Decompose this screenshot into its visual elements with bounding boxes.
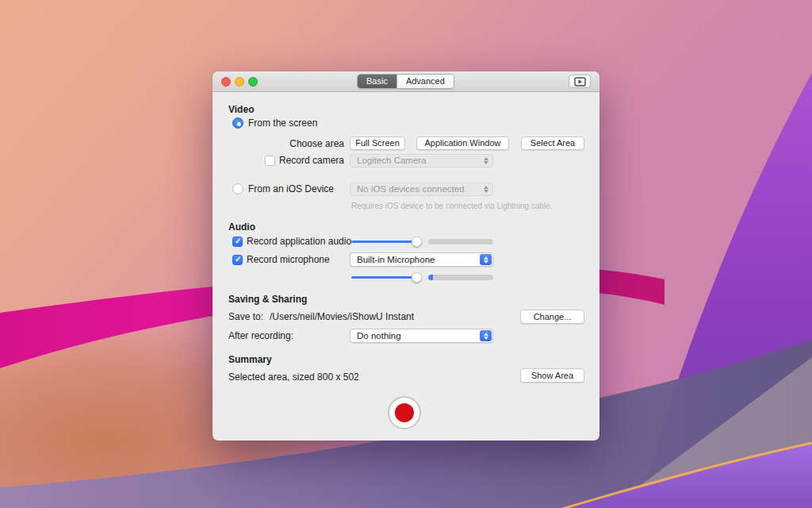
from-screen-label: From the screen	[248, 117, 317, 129]
after-recording-dropdown-value: Do nothing	[357, 331, 401, 341]
from-ios-label: From an iOS Device	[248, 183, 334, 194]
full-screen-button[interactable]: Full Screen	[350, 137, 405, 150]
microphone-dropdown-value: Built-in Microphone	[357, 255, 435, 264]
record-app-audio-checkbox[interactable]	[232, 237, 243, 247]
from-screen-radio[interactable]	[232, 117, 243, 129]
saving-section-heading: Saving & Sharing	[228, 294, 307, 305]
audio-section-heading: Audio	[228, 221, 255, 233]
record-microphone-label: Record microphone	[247, 254, 330, 265]
save-to-path: /Users/neil/Movies/iShowU Instant	[270, 311, 414, 322]
ios-caption: Requires iOS device to be connected via …	[351, 202, 553, 210]
microphone-level-meter	[428, 275, 493, 280]
stepper-icon	[480, 184, 492, 194]
preview-recordings-button[interactable]	[569, 75, 591, 88]
slider-knob[interactable]	[412, 272, 422, 283]
tab-advanced[interactable]: Advanced	[396, 75, 454, 88]
after-recording-dropdown[interactable]: Do nothing	[350, 329, 493, 343]
record-app-audio-label: Record application audio	[247, 236, 351, 247]
application-window-button[interactable]: Application Window	[416, 137, 509, 150]
save-to-label: Save to:	[228, 311, 263, 322]
close-button[interactable]	[221, 77, 231, 87]
microphone-dropdown[interactable]: Built-in Microphone	[350, 252, 493, 267]
zoom-button[interactable]	[248, 77, 258, 87]
video-section-heading: Video	[228, 104, 254, 115]
record-camera-label: Record camera	[279, 155, 344, 166]
from-ios-option[interactable]: From an iOS Device	[232, 183, 334, 194]
choose-area-label: Choose area	[228, 138, 344, 149]
change-button[interactable]: Change...	[520, 310, 584, 324]
tab-basic[interactable]: Basic	[358, 75, 396, 88]
from-screen-option[interactable]: From the screen	[232, 117, 317, 129]
record-camera-option[interactable]: Record camera	[228, 155, 344, 166]
after-recording-label: After recording:	[228, 330, 293, 341]
stepper-icon	[480, 254, 492, 265]
camera-dropdown[interactable]: Logitech Camera	[350, 154, 493, 167]
record-button[interactable]	[388, 396, 421, 429]
record-camera-checkbox[interactable]	[265, 156, 275, 166]
summary-section-heading: Summary	[228, 354, 272, 365]
record-microphone-checkbox[interactable]	[232, 255, 243, 265]
ios-device-dropdown-value: No iOS devices connected	[357, 184, 465, 194]
play-icon	[574, 77, 586, 87]
record-microphone-option[interactable]: Record microphone	[232, 254, 330, 265]
record-app-audio-option[interactable]: Record application audio	[232, 236, 351, 247]
ishowu-instant-window: Basic Advanced Video From the screen Cho…	[213, 71, 599, 441]
app-audio-level-meter	[428, 239, 493, 244]
from-ios-radio[interactable]	[232, 183, 243, 194]
window-titlebar[interactable]: Basic Advanced	[213, 71, 599, 92]
stepper-icon	[480, 330, 492, 341]
ios-device-dropdown[interactable]: No iOS devices connected	[350, 183, 493, 196]
slider-knob[interactable]	[412, 237, 422, 247]
select-area-button[interactable]: Select Area	[521, 137, 584, 150]
summary-text: Selected area, sized 800 x 502	[228, 371, 359, 383]
show-area-button[interactable]: Show Area	[520, 368, 584, 383]
minimize-button[interactable]	[235, 77, 244, 87]
stepper-icon	[480, 156, 492, 166]
camera-dropdown-value: Logitech Camera	[357, 156, 427, 165]
app-audio-volume-slider[interactable]	[351, 236, 422, 247]
mode-segmented-control: Basic Advanced	[357, 74, 454, 89]
microphone-volume-slider[interactable]	[351, 271, 422, 283]
record-dot-icon	[395, 403, 414, 422]
